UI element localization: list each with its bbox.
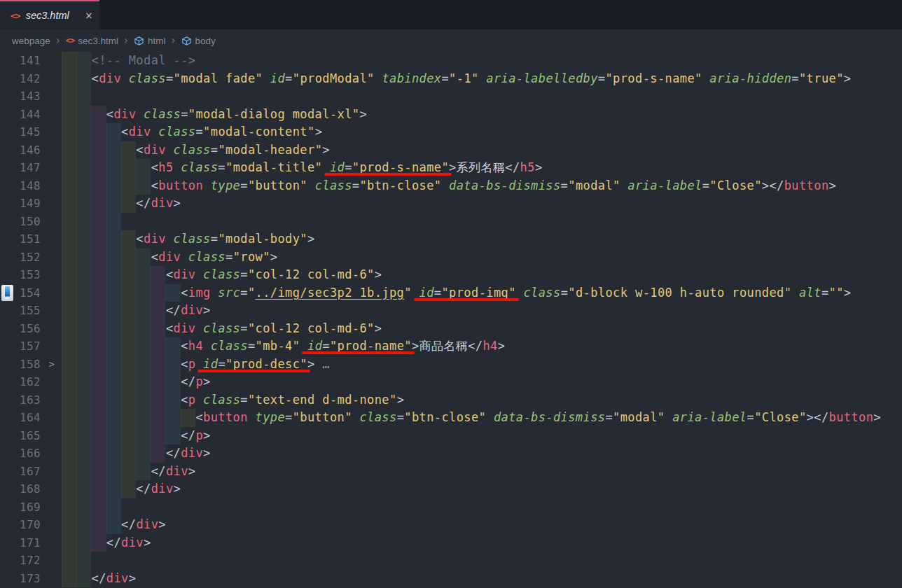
code-token: class xyxy=(174,232,211,246)
code-content[interactable]: </div> xyxy=(62,480,902,498)
code-line-148: 148 <button type="button" class="btn-clo… xyxy=(0,177,902,195)
code-content[interactable] xyxy=(62,213,902,231)
code-content[interactable]: <div class="modal-body"> xyxy=(62,230,902,248)
code-content[interactable]: </div> xyxy=(62,516,902,534)
code-content[interactable]: <div class="modal-dialog modal-xl"> xyxy=(62,106,902,124)
code-content[interactable]: <div class="modal fade" id="prodModal" t… xyxy=(62,70,902,88)
code-content[interactable]: </div> xyxy=(62,444,902,463)
code-line-150: 150 xyxy=(0,213,902,231)
code-token: = xyxy=(747,410,755,424)
code-token: "prod-s-name" xyxy=(352,160,449,174)
code-token: = xyxy=(322,339,330,353)
fold-gutter xyxy=(42,427,62,445)
code-token: aria-label xyxy=(672,410,747,424)
code-token: "Close" xyxy=(754,410,806,424)
line-number: 154 xyxy=(15,284,42,302)
gutter-margin xyxy=(0,534,15,552)
code-token: div xyxy=(181,303,203,317)
breadcrumb-item-sec3-html[interactable]: <> sec3.html xyxy=(66,36,118,46)
code-text: <div class="modal-content"> xyxy=(62,125,322,139)
code-token: < xyxy=(92,71,99,85)
code-token: div xyxy=(106,571,129,585)
fold-gutter xyxy=(42,373,62,391)
code-token: div xyxy=(144,143,174,157)
code-token: "prod-name" xyxy=(330,339,412,353)
code-line-141: 141 <!-- Modal --> xyxy=(0,52,902,70)
tab-title: sec3.html xyxy=(26,10,80,21)
code-content[interactable]: </p> xyxy=(62,427,902,445)
code-content[interactable] xyxy=(62,88,902,106)
fold-gutter xyxy=(42,70,62,88)
code-content[interactable] xyxy=(62,498,902,517)
code-token: div xyxy=(181,446,203,460)
code-token: class xyxy=(523,286,560,300)
breadcrumb-item-body[interactable]: body xyxy=(181,36,216,46)
code-content[interactable]: <div class="modal-content"> xyxy=(62,123,902,141)
code-token: class xyxy=(359,410,396,424)
code-token: "modal" xyxy=(613,410,672,424)
link-string[interactable]: ../img/sec3p2_1b.jpg xyxy=(256,286,405,300)
code-content[interactable]: </div> xyxy=(62,302,902,320)
code-token: div xyxy=(174,267,204,281)
code-content[interactable]: <div class="modal-header"> xyxy=(62,141,902,160)
code-text xyxy=(62,553,92,567)
code-content[interactable]: </div> xyxy=(62,570,902,588)
breadcrumb: webpage › <> sec3.html › html › body xyxy=(0,29,902,52)
code-content[interactable]: <div class="col-12 col-md-6"> xyxy=(62,266,902,284)
breadcrumb-item-html[interactable]: html xyxy=(134,36,166,46)
code-token: > xyxy=(315,125,323,139)
breadcrumb-label: html xyxy=(148,36,166,46)
gutter-margin xyxy=(0,337,15,356)
code-token: class xyxy=(203,321,240,335)
code-token: "modal-body" xyxy=(218,232,307,246)
code-content[interactable]: <h4 class="mb-4" id="prod-name">商品名稱</h4… xyxy=(62,337,902,356)
code-token: = xyxy=(181,107,188,121)
tab-close-icon[interactable]: × xyxy=(85,10,92,22)
code-token: 系列名稱 xyxy=(457,160,506,174)
code-content[interactable]: <img src="../img/sec3p2_1b.jpg" id="prod… xyxy=(62,284,902,302)
code-token: class xyxy=(211,339,248,353)
code-content[interactable]: <!-- Modal --> xyxy=(62,52,902,70)
code-token: < xyxy=(121,125,129,139)
breadcrumb-item-webpage[interactable]: webpage xyxy=(12,36,50,46)
code-token: button xyxy=(203,410,255,424)
gutter-margin xyxy=(0,498,15,517)
code-content[interactable]: <p class="text-end d-md-none"> xyxy=(62,391,902,410)
code-content[interactable]: </div> xyxy=(62,195,902,213)
code-content[interactable]: <div class="col-12 col-md-6"> xyxy=(62,320,902,338)
code-token: > xyxy=(535,160,543,174)
code-token: = xyxy=(248,339,256,353)
code-token: div xyxy=(151,196,174,210)
code-content[interactable] xyxy=(62,552,902,570)
code-content[interactable]: </div> xyxy=(62,534,902,552)
line-number: 145 xyxy=(15,123,42,141)
code-token: div xyxy=(174,321,204,335)
fold-gutter xyxy=(42,266,62,284)
gutter-margin xyxy=(0,213,15,231)
code-token: 商品名稱 xyxy=(419,339,469,353)
gutter-margin xyxy=(0,177,15,195)
code-text: <p id="prod-desc"> … xyxy=(62,357,330,371)
gutter-margin xyxy=(0,356,15,374)
code-text xyxy=(62,214,121,228)
code-line-168: 168 </div> xyxy=(0,480,902,498)
code-token: > xyxy=(174,196,181,210)
fold-gutter xyxy=(42,213,62,231)
tab-sec3-html[interactable]: <> sec3.html × xyxy=(0,0,99,29)
gutter-margin xyxy=(0,463,15,481)
code-token: = xyxy=(285,410,293,424)
code-line-163: 163 <p class="text-end d-md-none"> xyxy=(0,391,902,410)
code-line-149: 149 </div> xyxy=(0,195,902,213)
code-content[interactable]: <h5 class="modal-title" id="prod-s-name"… xyxy=(62,159,902,177)
fold-chevron-icon[interactable]: > xyxy=(42,356,62,374)
code-content[interactable]: </p> xyxy=(62,373,902,391)
code-content[interactable]: <p id="prod-desc"> … xyxy=(62,356,902,374)
code-line-157: 157 <h4 class="mb-4" id="prod-name">商品名稱… xyxy=(0,337,902,356)
code-content[interactable]: </div> xyxy=(62,463,902,481)
code-content[interactable]: <div class="row"> xyxy=(62,248,902,267)
code-content[interactable]: <button type="button" class="btn-close" … xyxy=(62,409,902,427)
code-token: = xyxy=(240,286,248,300)
chevron-right-icon: › xyxy=(56,34,60,47)
code-content[interactable]: <button type="button" class="btn-close" … xyxy=(62,177,902,195)
code-token: > xyxy=(203,374,211,388)
